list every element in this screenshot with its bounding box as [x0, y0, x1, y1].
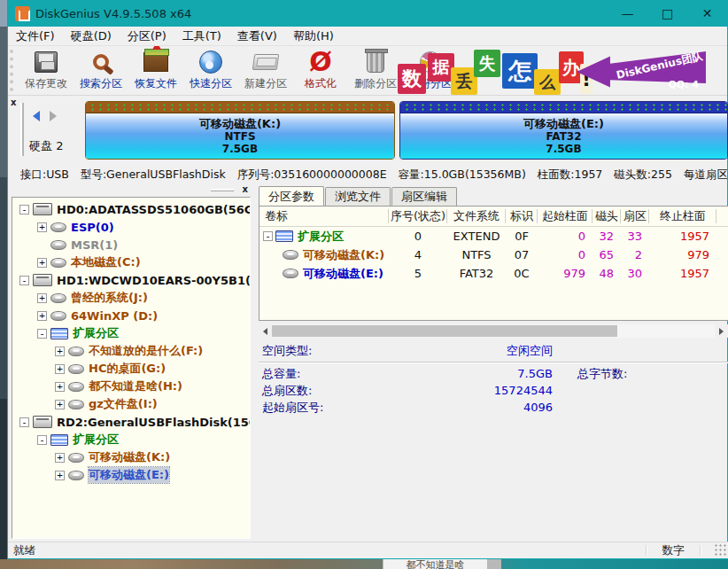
tab-browse-files[interactable]: 浏览文件	[325, 187, 391, 206]
tree-item-hd1[interactable]: - HD1:WDCWD10EARS-00Y5B1(932GB)	[12, 271, 250, 289]
expand-toggle[interactable]: +	[37, 311, 47, 321]
expand-toggle[interactable]: +	[55, 347, 65, 356]
tree-item-h[interactable]: + 都不知道是啥(H:)	[12, 378, 250, 395]
minimize-button[interactable]: —	[608, 0, 647, 27]
panel-close-icon[interactable]: x	[11, 97, 16, 107]
expand-toggle[interactable]: -	[37, 435, 47, 445]
tree-item-label: 都不知道是啥(H:)	[89, 378, 182, 394]
prev-disk-arrow-icon[interactable]	[33, 111, 40, 121]
menu-disk[interactable]: 硬盘(D)	[63, 27, 120, 46]
expand-toggle[interactable]: -	[19, 417, 29, 427]
expand-toggle[interactable]: +	[55, 471, 65, 480]
ad-banner[interactable]: 数 据 丢 失 怎 么 办 ! DiskGenius团队 QQ: 4	[392, 48, 701, 96]
format-button[interactable]: Ø 格式化	[293, 46, 348, 95]
table-header-row[interactable]: 卷标 序号(状态) 文件系统 标识 起始柱面 磁头 扇区 终止柱面	[259, 207, 728, 227]
menu-file[interactable]: 文件(F)	[8, 27, 63, 46]
expand-toggle[interactable]: +	[55, 453, 65, 463]
extended-partition-icon	[50, 434, 68, 446]
col-id[interactable]: 标识	[506, 207, 538, 226]
col-seq[interactable]: 序号(状态)	[389, 207, 447, 226]
tree-item-extended-hd1[interactable]: - 扩展分区	[12, 324, 250, 342]
expand-toggle[interactable]: -	[263, 231, 273, 241]
recover-files-button[interactable]: 恢复文件	[128, 46, 183, 95]
tree-item-j[interactable]: + 曾经的系统(J:)	[12, 289, 250, 307]
cell-sector: 33	[621, 230, 649, 243]
extended-partition-icon	[275, 230, 293, 242]
tree-item-e-selected[interactable]: + 可移动磁盘(E:)	[12, 466, 250, 484]
resize-grip-icon[interactable]	[715, 544, 727, 557]
tree-item-g[interactable]: + HC的桌面(G:)	[12, 360, 250, 378]
maximize-button[interactable]: □	[647, 0, 687, 27]
col-filesystem[interactable]: 文件系统	[447, 207, 506, 226]
menu-help[interactable]: 帮助(H)	[285, 27, 342, 46]
expand-toggle[interactable]: +	[55, 364, 65, 374]
table-row-k[interactable]: 可移动磁盘(K:) 4 NTFS 07 0 65 2 979	[259, 246, 728, 264]
scroll-left-arrow-icon[interactable]	[259, 324, 272, 338]
col-sector[interactable]: 扇区	[621, 207, 649, 226]
expand-toggle[interactable]: +	[37, 222, 47, 232]
expand-toggle[interactable]: +	[55, 382, 65, 392]
col-start-cyl[interactable]: 起始柱面	[538, 207, 592, 226]
partition-icon	[50, 311, 66, 321]
scrollbar-thumb[interactable]	[272, 325, 617, 337]
save-changes-button[interactable]: 保存更改	[19, 46, 74, 95]
expand-toggle[interactable]: -	[37, 329, 47, 339]
title-bar[interactable]: DiskGenius V4.9.5.508 x64 — □ ✕	[8, 0, 727, 27]
col-end-cyl[interactable]: 终止柱面	[649, 207, 716, 226]
detail-label: 总字节数:	[553, 365, 627, 382]
tab-sector-edit[interactable]: 扇区编辑	[391, 187, 457, 206]
horizontal-scrollbar[interactable]	[259, 324, 728, 338]
scroll-right-arrow-icon[interactable]	[715, 324, 728, 338]
tree-item-extended-rd2[interactable]: - 扩展分区	[12, 431, 250, 448]
divider	[646, 545, 647, 557]
tree-item-rd2[interactable]: - RD2:GeneralUSBFlashDisk(15GB)	[12, 413, 250, 431]
diskgenius-window: DiskGenius V4.9.5.508 x64 — □ ✕ 文件(F) 硬盘…	[7, 0, 728, 559]
tree-item-i[interactable]: + gz文件盘(I:)	[12, 395, 250, 413]
info-label: 每道扇区数:	[684, 168, 727, 183]
format-icon: Ø	[309, 49, 332, 75]
partition-type-strip	[400, 102, 727, 113]
partition-bar-e[interactable]: 可移动磁盘(E:) FAT32 7.5GB	[399, 101, 728, 160]
expand-toggle[interactable]: +	[37, 258, 47, 268]
tree-panel-close-icon[interactable]: x	[243, 184, 248, 194]
next-disk-arrow-icon[interactable]	[50, 111, 57, 121]
tree-item-esp[interactable]: + ESP(0)	[12, 218, 250, 236]
col-volume[interactable]: 卷标	[259, 207, 389, 226]
col-head[interactable]: 磁头	[592, 207, 621, 226]
search-partition-button[interactable]: 搜索分区	[74, 46, 128, 95]
delete-partition-icon	[367, 51, 384, 73]
tree-panel-grip[interactable]	[211, 189, 234, 191]
tree-item-f[interactable]: + 不知道放的是什么(F:)	[12, 342, 250, 360]
expand-toggle[interactable]: +	[37, 293, 47, 303]
cell-filesystem: EXTEND	[447, 230, 506, 243]
tree-item-hd0[interactable]: - HD0:ADATASSDS51060GB(56GB)	[12, 200, 250, 218]
status-text: 就绪	[8, 543, 35, 558]
tree-item-msr[interactable]: MSR(1)	[12, 236, 250, 253]
tree-item-k[interactable]: + 可移动磁盘(K:)	[12, 448, 250, 466]
detail-value: 空闲空间	[507, 342, 553, 359]
expand-toggle[interactable]: +	[55, 400, 65, 409]
partition-bar-k[interactable]: 可移动磁盘(K:) NTFS 7.5GB	[85, 101, 395, 160]
cell-id: 0F	[506, 230, 538, 243]
detail-label: 总扇区数:	[259, 382, 356, 399]
quick-partition-button[interactable]: 快速分区	[183, 46, 238, 95]
table-row-e[interactable]: 可移动磁盘(E:) 5 FAT32 0C 979 48 30 1957	[259, 264, 728, 283]
tree-item-d[interactable]: + 64WinXP (D:)	[12, 307, 250, 324]
tab-partition-params[interactable]: 分区参数	[259, 186, 324, 206]
partition-icon	[50, 293, 66, 303]
expand-toggle[interactable]: -	[19, 276, 29, 285]
tree-item-local-c[interactable]: + 本地磁盘(C:)	[12, 253, 250, 271]
expand-toggle[interactable]: -	[19, 205, 29, 214]
tree-item-label: 可移动磁盘(E:)	[89, 467, 169, 483]
new-partition-button[interactable]: 新建分区	[238, 46, 293, 95]
menu-tools[interactable]: 工具(T)	[174, 27, 229, 46]
menu-view[interactable]: 查看(V)	[229, 27, 285, 46]
menu-partition[interactable]: 分区(P)	[120, 27, 174, 46]
table-row-extended[interactable]: - 扩展分区 0 EXTEND 0F 0 32 33 1957	[259, 227, 728, 246]
toolbar-grip[interactable]	[10, 50, 17, 91]
panel-grip[interactable]	[20, 103, 24, 156]
cell-seq: 0	[389, 230, 447, 243]
banner-tile: 失	[474, 50, 500, 77]
scrollbar-track[interactable]	[272, 324, 715, 338]
close-button[interactable]: ✕	[687, 0, 727, 27]
